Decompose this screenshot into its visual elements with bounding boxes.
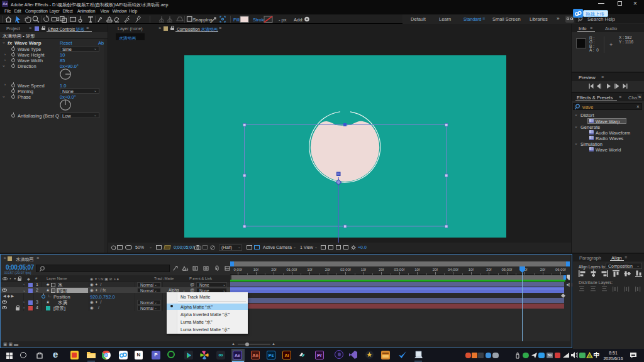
svg-text:Fill:: Fill:	[233, 17, 241, 23]
svg-text:- px: - px	[279, 17, 287, 23]
svg-text:Add:: Add:	[294, 17, 303, 23]
svg-text:Snapping: Snapping	[193, 17, 213, 23]
